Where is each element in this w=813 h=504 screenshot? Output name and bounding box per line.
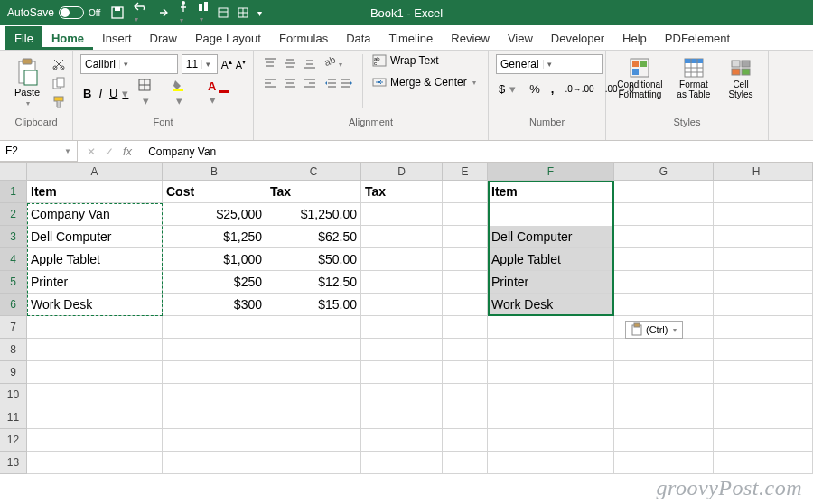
fx-icon[interactable]: fx [123,145,132,158]
cell[interactable] [443,181,488,203]
cell[interactable] [361,452,443,474]
autosave[interactable]: AutoSave Off [7,6,100,19]
cell[interactable] [443,406,488,429]
cell[interactable]: $25,000 [163,203,266,226]
tab-insert[interactable]: Insert [93,26,141,50]
col-E[interactable]: E [443,163,488,180]
cell[interactable] [266,361,361,384]
align-top-icon[interactable] [261,54,279,72]
number-format-combo[interactable]: General▾ [496,54,603,74]
cell[interactable] [163,406,266,429]
formula-input[interactable]: Company Van [141,145,813,158]
cut-icon[interactable] [52,58,65,73]
cell[interactable]: $15.00 [266,294,361,316]
cell[interactable] [163,429,266,452]
cell[interactable] [614,406,714,429]
cell[interactable] [799,339,813,361]
cell[interactable]: $250 [163,271,266,294]
col-H[interactable]: H [714,163,799,180]
undo-icon[interactable]: ▾ [133,1,147,24]
grid[interactable]: 1ItemCostTaxTaxItem2Company Van$25,000$1… [0,181,813,474]
name-box[interactable]: F2▼ [0,141,78,162]
cell[interactable] [266,316,361,339]
enter-formula-icon[interactable]: ✓ [105,145,114,158]
percent-format-icon[interactable]: % [527,81,543,97]
cell[interactable]: Company Van [488,203,614,226]
cell[interactable] [361,406,443,429]
align-middle-icon[interactable] [281,54,299,72]
cell[interactable] [714,294,799,316]
font-name-combo[interactable]: Calibri▾ [80,54,178,74]
increase-decimal-icon[interactable]: .0→.00 [562,83,596,95]
cell[interactable] [714,316,799,339]
italic-button[interactable]: I [96,86,105,101]
col-C[interactable]: C [266,163,361,180]
cell[interactable] [714,203,799,226]
cell[interactable] [27,384,163,406]
cell[interactable] [443,316,488,339]
cell[interactable] [799,226,813,248]
cell[interactable] [443,203,488,226]
wrap-text-button[interactable]: abcWrap Text [372,54,476,67]
cell[interactable] [799,271,813,294]
cell[interactable] [714,248,799,271]
cell[interactable] [614,248,714,271]
cell[interactable]: Printer [27,271,163,294]
decrease-font-icon[interactable]: A▾ [236,58,246,70]
comma-format-icon[interactable]: , [548,81,557,97]
tab-home[interactable]: Home [42,26,93,50]
cell[interactable] [714,339,799,361]
cell[interactable] [27,452,163,474]
cell[interactable] [799,406,813,429]
paste-options-tag[interactable]: (Ctrl) ▾ [625,321,683,339]
row-header[interactable]: 10 [0,384,27,406]
cell[interactable] [266,406,361,429]
cell[interactable] [163,384,266,406]
cell[interactable]: $1,250.00 [266,203,361,226]
paste-button[interactable]: Paste ▾ [7,54,47,111]
accounting-format-icon[interactable]: $▾ [496,81,521,97]
col-I[interactable] [799,163,813,180]
cell[interactable] [614,226,714,248]
save-icon[interactable] [111,6,124,19]
cell[interactable] [361,361,443,384]
cell[interactable]: $62.50 [266,226,361,248]
merge-center-button[interactable]: Merge & Center▾ [372,76,476,89]
cell[interactable] [614,181,714,203]
tab-page-layout[interactable]: Page Layout [186,26,270,50]
row-header[interactable]: 5 [0,271,27,294]
row-header[interactable]: 2 [0,203,27,226]
tab-formulas[interactable]: Formulas [270,26,337,50]
cell[interactable] [614,361,714,384]
cell[interactable]: Printer [488,271,614,294]
cell[interactable]: Item [488,181,614,203]
cell[interactable] [443,452,488,474]
cell[interactable] [163,361,266,384]
cell[interactable] [614,452,714,474]
cell[interactable] [163,339,266,361]
cell[interactable] [443,384,488,406]
cell[interactable] [27,429,163,452]
cell[interactable] [488,384,614,406]
col-F[interactable]: F [488,163,614,180]
cell[interactable] [488,316,614,339]
tab-file[interactable]: File [5,26,42,50]
bold-button[interactable]: B [80,86,94,101]
format-as-table-button[interactable]: Format as Table [672,54,715,103]
cell[interactable] [799,181,813,203]
tab-review[interactable]: Review [442,26,499,50]
cell[interactable] [443,271,488,294]
cell[interactable] [799,361,813,384]
tab-view[interactable]: View [499,26,542,50]
row-header[interactable]: 8 [0,339,27,361]
cell[interactable] [714,452,799,474]
cell[interactable] [714,406,799,429]
cell[interactable]: Work Desk [488,294,614,316]
increase-font-icon[interactable]: A▴ [221,58,232,71]
cell[interactable]: $50.00 [266,248,361,271]
touch-mode-icon[interactable]: ▾ [178,0,189,25]
cell[interactable] [443,294,488,316]
cell[interactable]: Cost [163,181,266,203]
row-header[interactable]: 9 [0,361,27,384]
cell[interactable] [266,384,361,406]
